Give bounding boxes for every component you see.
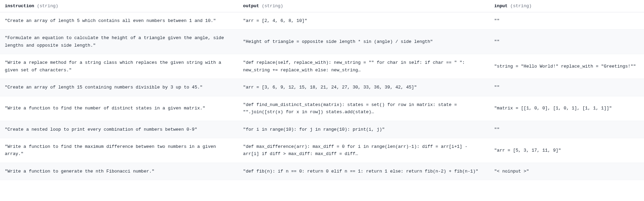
cell-output[interactable]: "def find_num_distinct_states(matrix): s… [238,96,490,121]
table-row[interactable]: "Write a function to find the number of … [0,96,644,121]
cell-output[interactable]: "def replace(self, replace_with): new_st… [238,54,490,79]
table-row[interactable]: "Formulate an equation to calculate the … [0,29,644,54]
table-row[interactable]: "Create an array of length 5 which conta… [0,12,644,29]
cell-input[interactable]: "" [490,29,644,54]
cell-instruction[interactable]: "Write a replace method for a string cla… [0,54,238,79]
table-header-row: instruction (string) output (string) inp… [0,0,644,12]
cell-input[interactable]: "" [490,79,644,96]
cell-input[interactable]: "arr = [5, 3, 17, 11, 9]" [490,138,644,163]
column-header-name: output [243,3,259,9]
cell-instruction[interactable]: "Create an array of length 5 which conta… [0,12,238,29]
table-body: "Create an array of length 5 which conta… [0,12,644,180]
cell-output[interactable]: "Height of triangle = opposite side leng… [238,29,490,54]
cell-instruction[interactable]: "Write a function to find the number of … [0,96,238,121]
table-row[interactable]: "Create an array of length 15 containing… [0,79,644,96]
column-header-name: input [494,3,508,9]
table-row[interactable]: "Write a function to find the maximum di… [0,138,644,163]
column-header-type: (string) [262,3,283,9]
column-header-type: (string) [37,3,58,9]
cell-output[interactable]: "for i in range(10): for j in range(10):… [238,121,490,138]
cell-instruction[interactable]: "Create an array of length 15 containing… [0,79,238,96]
cell-output[interactable]: "def fib(n): if n == 0: return 0 elif n … [238,163,490,180]
column-header-input[interactable]: input (string) [490,0,644,12]
table-header: instruction (string) output (string) inp… [0,0,644,12]
column-header-name: instruction [5,3,34,9]
cell-input[interactable]: "" [490,121,644,138]
data-table-container: instruction (string) output (string) inp… [0,0,644,180]
cell-instruction[interactable]: "Write a function to generate the nth Fi… [0,163,238,180]
cell-input[interactable]: "" [490,12,644,29]
cell-input[interactable]: "< noinput >" [490,163,644,180]
column-header-instruction[interactable]: instruction (string) [0,0,238,12]
cell-input[interactable]: "string = "Hello World!" replace_with = … [490,54,644,79]
cell-instruction[interactable]: "Formulate an equation to calculate the … [0,29,238,54]
table-row[interactable]: "Write a replace method for a string cla… [0,54,644,79]
cell-output[interactable]: "arr = [3, 6, 9, 12, 15, 18, 21, 24, 27,… [238,79,490,96]
column-header-output[interactable]: output (string) [238,0,490,12]
cell-instruction[interactable]: "Write a function to find the maximum di… [0,138,238,163]
data-table: instruction (string) output (string) inp… [0,0,644,180]
column-header-type: (string) [510,3,532,9]
cell-output[interactable]: "arr = [2, 4, 6, 8, 10]" [238,12,490,29]
cell-input[interactable]: "matrix = [[1, 0, 0], [1, 0, 1], [1, 1, … [490,96,644,121]
cell-instruction[interactable]: "Create a nested loop to print every com… [0,121,238,138]
table-row[interactable]: "Write a function to generate the nth Fi… [0,163,644,180]
cell-output[interactable]: "def max_difference(arr): max_diff = 0 f… [238,138,490,163]
table-row[interactable]: "Create a nested loop to print every com… [0,121,644,138]
